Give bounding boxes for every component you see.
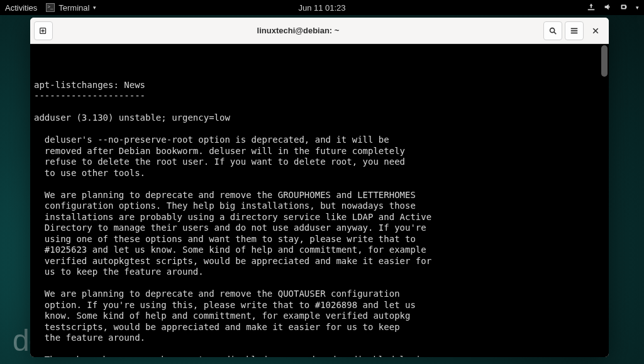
terminal-window: linuxtechi@debian: ~ apt-listchanges: Ne… bbox=[30, 18, 609, 357]
window-titlebar[interactable]: linuxtechi@debian: ~ bbox=[30, 18, 609, 44]
search-button[interactable] bbox=[543, 21, 562, 40]
svg-rect-2 bbox=[571, 28, 578, 29]
clock[interactable]: Jun 11 01:23 bbox=[298, 3, 345, 13]
close-button[interactable] bbox=[586, 21, 605, 40]
battery-icon[interactable] bbox=[619, 3, 628, 13]
activities-button[interactable]: Activities bbox=[5, 3, 37, 13]
svg-rect-3 bbox=[571, 30, 578, 31]
volume-icon[interactable] bbox=[603, 3, 612, 13]
new-tab-button[interactable] bbox=[34, 21, 53, 40]
terminal-output: apt-listchanges: News ------------------… bbox=[34, 80, 605, 358]
gnome-topbar: Activities Terminal ▾ Jun 11 01:23 ▾ bbox=[0, 0, 644, 15]
network-icon[interactable] bbox=[587, 3, 596, 13]
hamburger-menu-button[interactable] bbox=[565, 21, 584, 40]
terminal-icon bbox=[46, 3, 55, 12]
window-title: linuxtechi@debian: ~ bbox=[257, 26, 340, 35]
scrollbar-thumb[interactable] bbox=[601, 45, 608, 77]
app-menu-label: Terminal bbox=[58, 3, 89, 13]
svg-point-1 bbox=[550, 28, 555, 32]
system-menu-chevron-icon[interactable]: ▾ bbox=[636, 4, 639, 11]
svg-rect-4 bbox=[571, 32, 578, 33]
chevron-down-icon: ▾ bbox=[93, 4, 96, 11]
terminal-viewport[interactable]: apt-listchanges: News ------------------… bbox=[30, 44, 609, 357]
app-menu[interactable]: Terminal ▾ bbox=[46, 3, 96, 13]
